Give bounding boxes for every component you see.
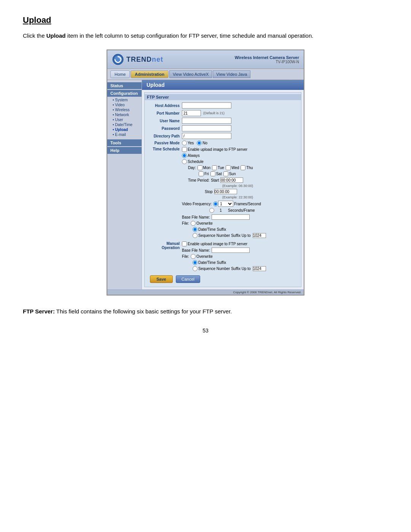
ts-datetime-label[interactable]: Date/Time Suffix (193, 227, 226, 232)
port-number-hint: (Default is 21) (203, 111, 225, 115)
ts-schedule-radio[interactable] (182, 159, 187, 164)
passive-yes-radio[interactable] (182, 141, 187, 145)
day-sun-cb[interactable] (223, 171, 228, 176)
nav-view-video-java[interactable]: View Video Java (213, 70, 250, 78)
ts-seq-input[interactable] (253, 233, 266, 238)
passive-no-radio[interactable] (197, 141, 202, 145)
directory-path-label: Directory Path (148, 134, 182, 138)
day-tue[interactable]: Tue (212, 165, 224, 170)
save-button[interactable]: Save (150, 275, 173, 283)
mo-datetime-label[interactable]: Date/Time Suffix (193, 260, 226, 265)
day-mon-cb[interactable] (198, 165, 202, 170)
ts-schedule-label[interactable]: Schedule (182, 159, 204, 164)
sidebar-tools[interactable]: Tools (107, 139, 142, 146)
ts-stop-example-row: (Example: 22:30:00) (182, 195, 266, 199)
ts-start-example: (Example: 06:30:00) (222, 184, 253, 188)
ts-stop-example: (Example: 22:30:00) (222, 195, 253, 199)
port-number-input[interactable] (182, 110, 201, 116)
day-fri[interactable]: Fri (199, 171, 209, 176)
day-thu-cb[interactable] (241, 165, 245, 170)
ts-seq-label[interactable]: Sequence Number Suffix Up to (193, 233, 266, 238)
mo-enable-checkbox[interactable] (182, 241, 187, 246)
sidebar-item-wireless[interactable]: Wireless (107, 107, 142, 112)
nav-home[interactable]: Home (110, 70, 130, 78)
trendnet-logo-icon (112, 53, 124, 66)
mo-seq-input[interactable] (253, 266, 266, 271)
sidebar-item-user[interactable]: User (107, 117, 142, 122)
content-title: Upload (142, 80, 304, 90)
vidfreq-radio1[interactable] (213, 201, 218, 206)
ts-always-radio[interactable] (182, 153, 187, 158)
sidebar-item-system[interactable]: System (107, 97, 142, 102)
sidebar-item-network[interactable]: Network (107, 112, 142, 117)
ts-datetime-row: Date/Time Suffix (193, 227, 266, 232)
day-tue-cb[interactable] (212, 165, 217, 170)
sidebar-help[interactable]: Help (107, 147, 142, 154)
day-sat[interactable]: Sat (210, 171, 222, 176)
sidebar-item-email[interactable]: E-mail (107, 132, 142, 137)
ts-basefilename-input[interactable] (212, 214, 250, 220)
ts-day-row2: Fri Sat Sun (182, 171, 266, 176)
mo-overwrite-label[interactable]: Overwrite (191, 254, 213, 259)
ts-enable-checkbox[interactable] (182, 147, 187, 152)
ts-always-label[interactable]: Always (182, 153, 200, 158)
vidfreq-select[interactable]: 125 (218, 201, 233, 207)
host-address-input[interactable] (182, 102, 231, 109)
port-number-row: Port Number (Default is 21) (148, 110, 298, 116)
ts-stop-input[interactable] (214, 189, 237, 194)
mo-basefilename-input[interactable] (212, 248, 250, 253)
ts-overwrite-label[interactable]: Overwrite (191, 221, 213, 226)
day-thu[interactable]: Thu (241, 165, 253, 170)
day-wed[interactable]: Wed (226, 165, 239, 170)
mo-overwrite-radio[interactable] (191, 254, 196, 259)
ts-basefilename-row: Base File Name: (182, 214, 266, 220)
password-row: Password (148, 125, 298, 131)
sidebar-item-upload[interactable]: Upload (107, 127, 142, 132)
day-fri-cb[interactable] (199, 171, 204, 176)
time-schedule-label: Time Schedule (148, 147, 182, 151)
ts-start-label: Start (211, 178, 219, 182)
password-input[interactable] (182, 125, 231, 131)
mo-datetime-radio[interactable] (193, 260, 198, 265)
cancel-button[interactable]: Cancel (176, 275, 200, 283)
ts-start-input[interactable] (220, 177, 243, 183)
day-sun[interactable]: Sun (223, 171, 236, 176)
day-sat-cb[interactable] (210, 171, 215, 176)
directory-path-row: Directory Path (148, 133, 298, 139)
ts-overwrite-radio[interactable] (191, 221, 196, 226)
passive-no-label[interactable]: No (197, 141, 207, 145)
ts-basefilename-label: Base File Name: (182, 215, 210, 219)
desc-after: item in the left column to setup configu… (66, 32, 314, 39)
ts-enable-label[interactable]: Enable upload image to FTP server (182, 147, 247, 152)
sidebar-configuration[interactable]: Configuration (107, 90, 142, 97)
nav-view-video-activex[interactable]: View Video ActiveX (169, 70, 212, 78)
time-schedule-row: Time Schedule Enable upload image to FTP… (148, 147, 298, 239)
nav-administration[interactable]: Administration (131, 70, 169, 78)
ts-start-example-row: (Example: 06:30:00) (182, 184, 266, 188)
ui-sidebar: Status Configuration System Video Wirele… (107, 80, 142, 289)
sidebar-item-datetime[interactable]: Date/Time (107, 122, 142, 127)
mo-enable-label[interactable]: Enable upload image to FTP server (182, 241, 247, 246)
ts-seq-radio[interactable] (193, 233, 198, 238)
camera-ui: TRENDnet Wireless Internet Camera Server… (107, 50, 304, 296)
mo-file-label: File: (182, 254, 189, 259)
vidfreq-radio2[interactable] (209, 208, 214, 213)
ts-timeperiod-label: Time Period: (188, 178, 209, 182)
password-label: Password (148, 126, 182, 131)
ts-stop-row: Stop (182, 189, 266, 194)
ts-datetime-radio[interactable] (193, 227, 198, 232)
mo-basefilename-row: Base File Name: (182, 248, 266, 253)
manual-operation-label: Manual Operation (148, 241, 182, 250)
mo-seq-label[interactable]: Sequence Number Suffix Up to (193, 266, 266, 271)
user-name-input[interactable] (182, 118, 231, 124)
passive-yes-label[interactable]: Yes (182, 141, 194, 145)
mo-seq-radio[interactable] (193, 266, 198, 271)
day-wed-cb[interactable] (226, 165, 231, 170)
day-mon[interactable]: Mon (198, 165, 210, 170)
mo-basefilename-label: Base File Name: (182, 248, 210, 252)
ts-stop-label: Stop (205, 190, 213, 194)
sidebar-status[interactable]: Status (107, 82, 142, 89)
sidebar-item-video[interactable]: Video (107, 102, 142, 107)
directory-path-input[interactable] (182, 133, 231, 139)
logo-text: TRENDnet (126, 56, 163, 64)
